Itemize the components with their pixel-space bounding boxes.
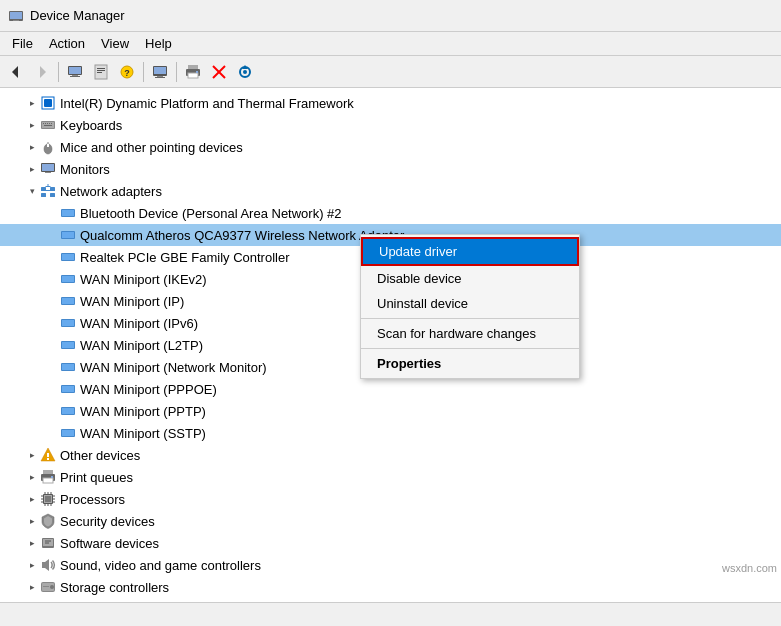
svg-rect-70 — [62, 408, 74, 414]
expand-arrow-wan-sstp — [44, 425, 60, 441]
tree-item-sound-video-label: Sound, video and game controllers — [60, 558, 261, 573]
software-icon — [40, 535, 56, 551]
svg-marker-4 — [40, 66, 46, 78]
computer-icon-btn[interactable] — [63, 60, 87, 84]
mouse-icon — [40, 139, 56, 155]
title-bar: Device Manager — [0, 0, 781, 32]
menu-file[interactable]: File — [4, 34, 41, 53]
tree-item-network-adapters[interactable]: Network adapters — [0, 180, 781, 202]
title-bar-icon — [8, 8, 24, 24]
tree-item-wan-l2tp-label: WAN Miniport (L2TP) — [80, 338, 203, 353]
expand-arrow-sound — [24, 557, 40, 573]
print-icon-btn[interactable] — [181, 60, 205, 84]
forward-button[interactable] — [30, 60, 54, 84]
tree-item-mice-label: Mice and other pointing devices — [60, 140, 243, 155]
svg-rect-34 — [47, 123, 48, 124]
tree-item-sound-video[interactable]: Sound, video and game controllers — [0, 554, 781, 576]
toolbar-sep1 — [58, 62, 59, 82]
warn-icon — [40, 447, 56, 463]
tree-item-monitors[interactable]: Monitors — [0, 158, 781, 180]
expand-arrow-storage — [24, 579, 40, 595]
tree-item-wan-ipv6-label: WAN Miniport (IPv6) — [80, 316, 198, 331]
refresh-icon-btn[interactable] — [233, 60, 257, 84]
menu-help[interactable]: Help — [137, 34, 180, 53]
tree-item-security-devices-label: Security devices — [60, 514, 155, 529]
svg-rect-35 — [49, 123, 50, 124]
svg-rect-54 — [62, 232, 74, 238]
tree-item-mice[interactable]: Mice and other pointing devices — [0, 136, 781, 158]
svg-rect-68 — [62, 386, 74, 392]
expand-arrow-mice — [24, 139, 40, 155]
tree-item-storage-controllers[interactable]: Storage controllers — [0, 576, 781, 598]
cpu-icon — [40, 95, 56, 111]
keyboard-icon — [40, 117, 56, 133]
network-child-icon-wan-ipv6 — [60, 315, 76, 331]
tree-item-security-devices[interactable]: Security devices — [0, 510, 781, 532]
network-child-icon-bluetooth — [60, 205, 76, 221]
tree-item-print-queues[interactable]: Print queues — [0, 466, 781, 488]
context-menu: Update driver Disable device Uninstall d… — [360, 234, 580, 379]
monitor-icon-btn[interactable] — [148, 60, 172, 84]
expand-arrow-wan-ipv6 — [44, 315, 60, 331]
svg-rect-18 — [155, 77, 165, 78]
svg-rect-37 — [44, 125, 52, 126]
svg-rect-43 — [45, 172, 51, 173]
delete-icon-btn[interactable] — [207, 60, 231, 84]
svg-rect-52 — [62, 210, 74, 216]
network-child-icon-realtek — [60, 249, 76, 265]
tree-item-other-devices[interactable]: Other devices — [0, 444, 781, 466]
context-menu-sep2 — [361, 348, 579, 349]
tree-item-intel-dynamic[interactable]: Intel(R) Dynamic Platform and Thermal Fr… — [0, 92, 781, 114]
tree-item-wan-ip-label: WAN Miniport (IP) — [80, 294, 184, 309]
svg-rect-11 — [97, 70, 105, 71]
monitor-icon — [40, 161, 56, 177]
svg-rect-60 — [62, 298, 74, 304]
expand-arrow-processors — [24, 491, 40, 507]
title-bar-title: Device Manager — [30, 8, 125, 23]
context-menu-uninstall-device[interactable]: Uninstall device — [361, 291, 579, 316]
context-menu-disable-device[interactable]: Disable device — [361, 266, 579, 291]
network-child-icon-wan-ip — [60, 293, 76, 309]
tree-item-bluetooth[interactable]: Bluetooth Device (Personal Area Network)… — [0, 202, 781, 224]
svg-rect-79 — [51, 476, 53, 478]
expand-arrow-realtek — [44, 249, 60, 265]
expand-arrow-wan-pppoe — [44, 381, 60, 397]
expand-arrow-monitors — [24, 161, 40, 177]
context-menu-scan-hardware[interactable]: Scan for hardware changes — [361, 321, 579, 346]
tree-item-wan-pppoe[interactable]: WAN Miniport (PPPOE) — [0, 378, 781, 400]
back-button[interactable] — [4, 60, 28, 84]
expand-arrow-wan-ikev2 — [44, 271, 60, 287]
tree-item-keyboards[interactable]: Keyboards — [0, 114, 781, 136]
expand-arrow-qualcomm — [44, 227, 60, 243]
help-icon-btn[interactable]: ? — [115, 60, 139, 84]
menu-view[interactable]: View — [93, 34, 137, 53]
network-child-icon-wan-pptp — [60, 403, 76, 419]
svg-rect-78 — [43, 478, 53, 483]
toolbar-sep3 — [176, 62, 177, 82]
cpu2-icon — [40, 491, 56, 507]
context-menu-properties[interactable]: Properties — [361, 351, 579, 376]
context-menu-update-driver[interactable]: Update driver — [361, 237, 579, 266]
svg-rect-82 — [45, 496, 51, 502]
tree-item-storage-controllers-label: Storage controllers — [60, 580, 169, 595]
toolbar-sep2 — [143, 62, 144, 82]
tree-item-keyboards-label: Keyboards — [60, 118, 122, 133]
tree-item-wan-sstp[interactable]: WAN Miniport (SSTP) — [0, 422, 781, 444]
tree-item-wan-ikev2-label: WAN Miniport (IKEv2) — [80, 272, 207, 287]
tree-item-processors[interactable]: Processors — [0, 488, 781, 510]
tree-item-software-devices[interactable]: Software devices — [0, 532, 781, 554]
menu-action[interactable]: Action — [41, 34, 93, 53]
svg-rect-12 — [97, 72, 102, 73]
svg-rect-32 — [43, 123, 44, 124]
expand-arrow-bluetooth — [44, 205, 60, 221]
expand-arrow-keyboards — [24, 117, 40, 133]
svg-rect-75 — [47, 458, 49, 460]
tree-item-realtek-label: Realtek PCIe GBE Family Controller — [80, 250, 290, 265]
properties-icon-btn[interactable] — [89, 60, 113, 84]
context-menu-sep1 — [361, 318, 579, 319]
svg-text:?: ? — [124, 68, 130, 78]
tree-item-intel-dynamic-label: Intel(R) Dynamic Platform and Thermal Fr… — [60, 96, 354, 111]
tree-item-wan-pptp[interactable]: WAN Miniport (PPTP) — [0, 400, 781, 422]
svg-rect-48 — [48, 184, 49, 187]
svg-rect-62 — [62, 320, 74, 326]
